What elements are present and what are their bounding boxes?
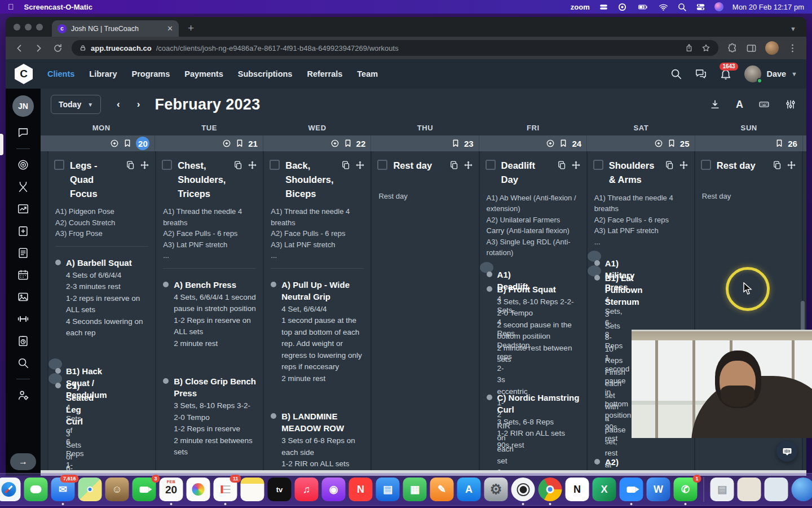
dock-minimized-doc[interactable]: ▤ bbox=[710, 478, 734, 501]
move-icon[interactable] bbox=[571, 160, 581, 170]
date-number[interactable]: 22 bbox=[356, 139, 366, 148]
rail-expand-button[interactable]: → bbox=[10, 453, 36, 470]
nav-referrals[interactable]: Referrals bbox=[307, 69, 342, 78]
dock-numbers[interactable]: ▦ bbox=[403, 478, 427, 501]
control-center-icon[interactable] bbox=[696, 2, 705, 12]
exercise[interactable]: A) Barbell Squat4 Sets of 6/6/4/42-3 min… bbox=[55, 257, 148, 339]
nutrition-icon[interactable] bbox=[17, 181, 29, 193]
dock-keynote[interactable]: ▤ bbox=[376, 478, 400, 501]
zoom-window-button[interactable] bbox=[36, 24, 43, 30]
exercise[interactable]: B) Close Grip Bench Press3 Sets, 8-10 Re… bbox=[163, 375, 256, 458]
clipboard-add-icon[interactable] bbox=[17, 225, 29, 237]
copy-icon[interactable] bbox=[126, 160, 135, 170]
back-button[interactable] bbox=[14, 43, 25, 54]
dock-whatsapp[interactable]: ✆1 bbox=[674, 478, 698, 501]
workout-checkbox[interactable] bbox=[701, 160, 711, 170]
move-icon[interactable] bbox=[787, 160, 796, 170]
url-bar[interactable]: app.truecoach.co/coach/clients/josh-ng-e… bbox=[72, 40, 718, 56]
copy-icon[interactable] bbox=[773, 160, 782, 170]
menubar-app-name[interactable]: Screencast-O-Matic bbox=[24, 3, 92, 11]
exercise[interactable]: B) LANDMINE MEADOW ROW3 Sets of 6-8 Reps… bbox=[271, 410, 364, 470]
forward-button[interactable] bbox=[33, 43, 44, 54]
dock-chrome[interactable] bbox=[539, 478, 562, 501]
nav-programs[interactable]: Programs bbox=[132, 69, 170, 78]
dock-messages[interactable] bbox=[24, 478, 48, 501]
dock-calendar[interactable]: FEB20 bbox=[160, 478, 183, 501]
truecoach-logo[interactable]: C bbox=[15, 64, 33, 84]
bookmark-day-icon[interactable] bbox=[343, 139, 352, 148]
browser-profile-avatar[interactable] bbox=[765, 41, 779, 55]
workout-checkbox[interactable] bbox=[162, 160, 172, 170]
bookmark-day-icon[interactable] bbox=[559, 139, 568, 148]
dock-safari[interactable] bbox=[0, 478, 21, 501]
dock-settings[interactable]: ⚙ bbox=[484, 478, 508, 501]
bookmark-day-icon[interactable] bbox=[235, 139, 244, 148]
goals-icon[interactable] bbox=[17, 159, 29, 171]
search-icon[interactable] bbox=[17, 357, 29, 369]
warmup-more[interactable]: ... bbox=[163, 250, 256, 261]
exercise[interactable]: C) Nordic Hamstring Curl3 Sets, 6-8 Reps… bbox=[487, 392, 580, 452]
dock-notion[interactable]: N bbox=[566, 478, 589, 501]
date-number[interactable]: 23 bbox=[464, 139, 474, 148]
dock-word[interactable]: W bbox=[647, 478, 670, 501]
screencast-edge-tab[interactable] bbox=[0, 134, 3, 155]
dock-notes[interactable] bbox=[241, 478, 264, 501]
keyboard-icon[interactable] bbox=[758, 99, 770, 110]
extensions-puzzle-icon[interactable] bbox=[727, 43, 738, 54]
chat-icon[interactable] bbox=[17, 126, 29, 139]
dock-photos[interactable] bbox=[187, 478, 210, 501]
clipboard-list-icon[interactable] bbox=[17, 247, 29, 259]
intercom-chat-button[interactable] bbox=[776, 441, 797, 462]
bookmark-day-icon[interactable] bbox=[775, 139, 784, 148]
window-controls[interactable] bbox=[14, 17, 52, 37]
bookmark-day-icon[interactable] bbox=[123, 139, 132, 148]
copy-icon[interactable] bbox=[449, 160, 459, 170]
dock-appletv[interactable]: tv bbox=[268, 478, 292, 501]
browser-tab[interactable]: c Josh NG | TrueCoach ✕ bbox=[52, 20, 179, 37]
warmup-more[interactable]: ... bbox=[594, 237, 687, 248]
dock-facetime[interactable]: 3 bbox=[133, 478, 156, 501]
tab-search-caret-icon[interactable]: ▼ bbox=[790, 25, 806, 37]
copy-icon[interactable] bbox=[557, 160, 567, 170]
nav-payments[interactable]: Payments bbox=[184, 69, 223, 78]
date-number[interactable]: 21 bbox=[248, 139, 258, 148]
dock-news[interactable]: N bbox=[349, 478, 373, 501]
notifications-bell-icon[interactable]: 1643 bbox=[720, 68, 732, 80]
wifi-icon[interactable] bbox=[659, 2, 668, 12]
browser-menu-icon[interactable] bbox=[787, 43, 798, 54]
exercise[interactable]: A) Bench Press4 Sets, 6/6/4/4 1 second p… bbox=[163, 279, 256, 350]
date-number[interactable]: 24 bbox=[572, 139, 581, 148]
new-tab-button[interactable]: + bbox=[188, 22, 194, 37]
user-menu[interactable]: Dave ▼ bbox=[744, 65, 797, 82]
download-icon[interactable] bbox=[709, 99, 721, 110]
add-workout-icon[interactable] bbox=[330, 139, 339, 148]
minimize-window-button[interactable] bbox=[25, 24, 32, 30]
font-size-icon[interactable]: A bbox=[736, 99, 743, 111]
dock-screencast[interactable] bbox=[511, 478, 535, 501]
dock-appstore[interactable]: A bbox=[457, 478, 481, 501]
vpn-icon[interactable] bbox=[599, 2, 608, 12]
clipboard-timer-icon[interactable] bbox=[17, 335, 29, 347]
today-button[interactable]: Today ▼ bbox=[51, 95, 101, 114]
copy-icon[interactable] bbox=[665, 160, 674, 170]
menubar-zoom-label[interactable]: zoom bbox=[571, 3, 590, 11]
move-icon[interactable] bbox=[679, 160, 689, 170]
apple-menu-icon[interactable]:  bbox=[8, 3, 14, 11]
warmup-more[interactable]: ... bbox=[271, 250, 364, 261]
dock-zoom-app[interactable] bbox=[620, 478, 643, 501]
record-icon[interactable] bbox=[617, 2, 627, 12]
copy-icon[interactable] bbox=[341, 160, 351, 170]
messages-icon[interactable] bbox=[695, 68, 707, 80]
dumbbell-icon[interactable] bbox=[17, 313, 29, 325]
siri-icon[interactable] bbox=[714, 2, 723, 11]
dock-minimized-window-1[interactable] bbox=[738, 478, 761, 501]
move-icon[interactable] bbox=[248, 160, 257, 170]
dock-contacts[interactable]: ☺ bbox=[105, 478, 129, 501]
add-workout-icon[interactable] bbox=[222, 139, 231, 148]
dock-podcasts[interactable]: ◉ bbox=[322, 478, 346, 501]
move-icon[interactable] bbox=[355, 160, 365, 170]
copy-icon[interactable] bbox=[233, 160, 243, 170]
bookmark-star-icon[interactable] bbox=[701, 43, 710, 52]
dock-minimized-window-2[interactable] bbox=[765, 478, 788, 501]
dock-minimized-sphere[interactable] bbox=[792, 478, 812, 501]
